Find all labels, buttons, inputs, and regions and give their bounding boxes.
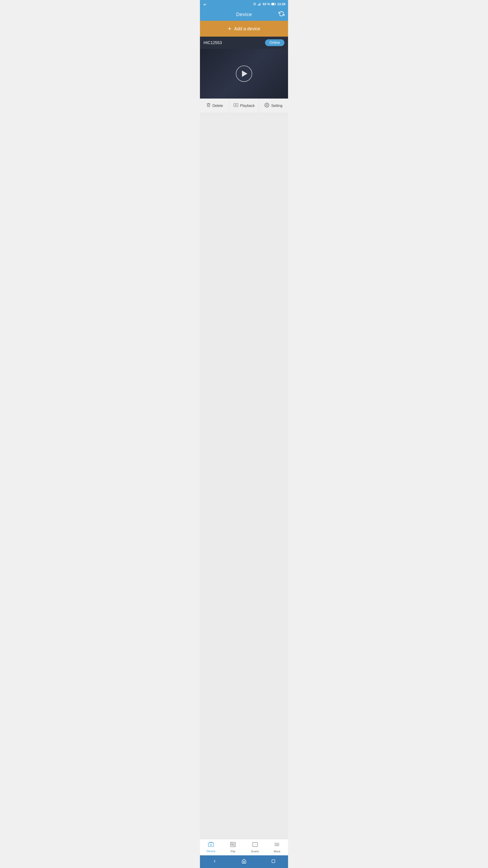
svg-marker-11: [235, 104, 237, 106]
nav-device-label: Device: [206, 849, 216, 853]
svg-point-27: [275, 844, 275, 845]
play-triangle-icon: [242, 70, 248, 77]
playback-label: Playback: [240, 104, 255, 108]
battery-text: 83 %: [263, 2, 270, 6]
trash-icon: [206, 103, 211, 109]
svg-rect-8: [271, 3, 274, 5]
device-status-badge: Online: [265, 39, 285, 46]
more-nav-icon: [274, 842, 280, 848]
battery-icon: [271, 3, 276, 5]
home-button[interactable]: [237, 858, 251, 866]
recents-button[interactable]: [267, 858, 280, 866]
refresh-button[interactable]: [279, 11, 285, 18]
playback-icon: [233, 103, 238, 108]
video-preview[interactable]: [200, 49, 288, 98]
system-nav: [200, 855, 288, 868]
plus-icon: +: [228, 26, 231, 32]
svg-point-21: [255, 844, 255, 845]
back-button[interactable]: [208, 858, 221, 866]
svg-point-26: [275, 843, 275, 844]
delete-button[interactable]: Delete: [200, 98, 229, 113]
signal-bars-icon: ✕: [258, 2, 261, 6]
svg-text:✕: ✕: [261, 2, 261, 4]
nav-more-label: More: [273, 850, 281, 853]
back-icon: [213, 859, 217, 864]
svg-rect-4: [259, 3, 260, 6]
svg-rect-31: [272, 860, 275, 863]
nav-event-label: Event: [251, 850, 259, 853]
device-name: HIC12553: [203, 40, 222, 45]
device-nav-icon: [208, 842, 214, 848]
header-title: Device: [236, 11, 252, 18]
device-card-header: HIC12553 Online: [200, 37, 288, 49]
delete-label: Delete: [213, 104, 223, 108]
wifi-icon: ?: [203, 2, 207, 6]
nav-event[interactable]: Event: [244, 839, 266, 855]
add-device-label: Add a device: [234, 26, 260, 31]
status-bar: ? ✕ 83 % 13:28: [200, 0, 288, 8]
svg-marker-14: [210, 844, 212, 846]
svg-rect-9: [275, 4, 276, 5]
playback-button[interactable]: Playback: [229, 98, 259, 113]
status-right: ✕ 83 % 13:28: [253, 2, 285, 6]
event-nav-icon: [252, 842, 258, 848]
recents-icon: [271, 859, 275, 864]
setting-label: Setting: [271, 104, 283, 108]
settings-icon: [264, 103, 269, 109]
nav-file-label: File: [231, 850, 235, 853]
svg-text:?: ?: [206, 2, 207, 4]
nav-more[interactable]: More: [266, 839, 288, 855]
app-header: Device: [200, 8, 288, 21]
svg-rect-3: [259, 4, 259, 5]
status-left: ?: [203, 2, 207, 6]
svg-point-12: [266, 104, 268, 106]
svg-point-18: [231, 842, 232, 843]
home-icon: [241, 859, 247, 864]
device-actions: Delete Playback Setting: [200, 98, 288, 113]
device-card: HIC12553 Online: [200, 37, 288, 98]
svg-rect-2: [258, 5, 258, 5]
content-area: [200, 113, 288, 839]
setting-button[interactable]: Setting: [259, 98, 288, 113]
time-display: 13:28: [277, 2, 285, 6]
play-button[interactable]: [236, 66, 252, 82]
file-nav-icon: [230, 842, 236, 848]
svg-point-30: [275, 845, 275, 846]
add-device-banner[interactable]: + Add a device: [200, 21, 288, 37]
svg-point-22: [256, 844, 256, 845]
alarm-icon: [253, 2, 256, 6]
refresh-icon: [279, 11, 285, 17]
nav-device[interactable]: Device: [200, 839, 222, 855]
bottom-nav: Device File Event: [200, 839, 288, 855]
svg-point-20: [254, 844, 254, 845]
nav-file[interactable]: File: [222, 839, 244, 855]
